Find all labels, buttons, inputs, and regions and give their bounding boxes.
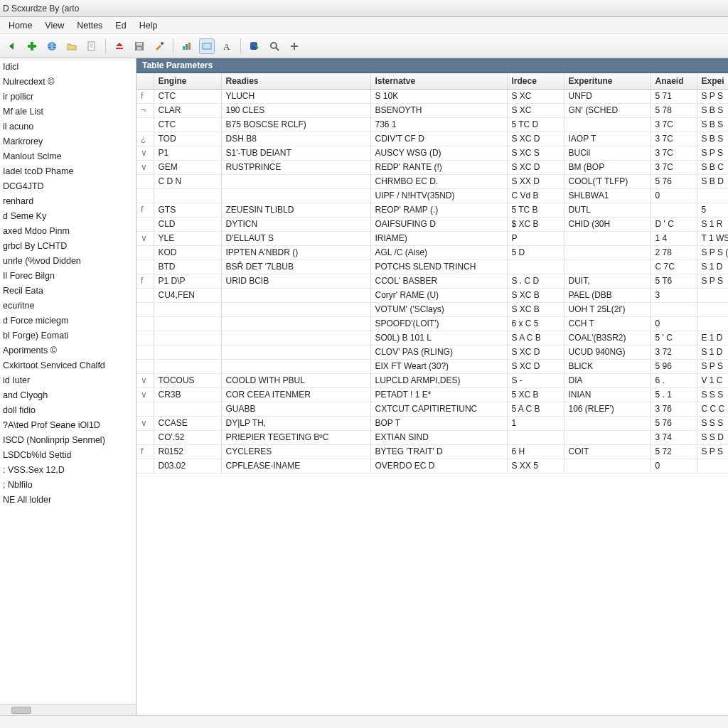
cell[interactable]: 3 7C — [651, 161, 697, 175]
cell[interactable]: CLD — [154, 218, 221, 232]
cell[interactable]: 190 CLES — [221, 104, 370, 118]
sidebar-item[interactable]: Nulrecdext © — [1, 75, 136, 90]
col-marker[interactable] — [136, 73, 154, 90]
cell[interactable]: 3 — [651, 289, 697, 303]
cell[interactable] — [651, 303, 697, 317]
cell[interactable]: S P S — [697, 274, 728, 289]
cell[interactable]: 0 — [651, 317, 697, 331]
sidebar-item[interactable]: d Seme Ky — [1, 209, 136, 224]
cell[interactable]: CDIV'T CF D — [370, 132, 507, 146]
cell[interactable]: S - — [507, 374, 564, 388]
eject-icon[interactable] — [112, 38, 127, 54]
cell[interactable]: TOD — [154, 132, 221, 146]
sidebar-item[interactable]: Manlout Sclme — [1, 149, 136, 164]
sidebar-tree[interactable]: IdiclNulrecdext ©ir pollicrMf ale Listil… — [0, 58, 136, 704]
row-marker[interactable] — [136, 331, 154, 346]
cell[interactable]: S 1 R — [697, 218, 728, 232]
sidebar-item[interactable]: : VSS.Sex 12,D — [1, 463, 136, 478]
cell[interactable] — [564, 232, 651, 246]
cell[interactable] — [507, 431, 564, 445]
row-marker[interactable]: ∨ — [136, 417, 154, 431]
cell[interactable]: S XC D — [507, 346, 564, 360]
cell[interactable] — [154, 303, 221, 317]
cell[interactable]: 3 7C — [651, 118, 697, 132]
cell[interactable]: UOH T 25L(2i') — [564, 303, 651, 317]
cell[interactable]: S . C D — [507, 274, 564, 289]
cell[interactable]: 5 ' C — [651, 331, 697, 346]
cell[interactable] — [154, 331, 221, 346]
cell[interactable]: COOL('T TLFP) — [564, 175, 651, 189]
cell[interactable]: COOLD WITH PBUL — [221, 374, 370, 388]
cell[interactable]: LUPCLD ARMPI,DES) — [370, 374, 507, 388]
cell[interactable]: D ' C — [651, 218, 697, 232]
cell[interactable]: 5 — [697, 203, 728, 218]
cell[interactable]: CTC — [154, 118, 221, 132]
cell[interactable]: COAL'(B3SR2) — [564, 331, 651, 346]
cell[interactable]: RUSTPRINCE — [221, 161, 370, 175]
cell[interactable]: YLE — [154, 232, 221, 246]
sidebar-item[interactable]: axed Mdoo Pinm — [1, 224, 136, 239]
cell[interactable] — [697, 459, 728, 473]
menu-nettes[interactable]: Nettes — [73, 19, 107, 32]
cell[interactable]: DYTICN — [221, 218, 370, 232]
cell[interactable] — [221, 303, 370, 317]
sidebar-item[interactable]: il acuno — [1, 119, 136, 134]
cell[interactable]: CHRMBO EC D. — [370, 175, 507, 189]
sidebar-item[interactable]: ISCD (Nonlinprip Senmel) — [1, 433, 136, 448]
row-marker[interactable] — [136, 246, 154, 260]
cell[interactable]: YLUCH — [221, 90, 370, 104]
cell[interactable] — [564, 417, 651, 431]
row-marker[interactable] — [136, 360, 154, 374]
row-marker[interactable]: ¬ — [136, 104, 154, 118]
cell[interactable] — [564, 246, 651, 260]
cell[interactable] — [154, 346, 221, 360]
table-row[interactable]: SO0L) B 101 LS A C BCOAL'(B3SR2)5 ' CE 1… — [136, 331, 728, 346]
rect-icon[interactable] — [199, 38, 215, 54]
cell[interactable]: INIAN — [564, 388, 651, 402]
table-row[interactable]: ∨YLED'ELLAUT SIRIAME)P1 4T 1 WS — [136, 232, 728, 246]
sidebar-item[interactable]: ir pollicr — [1, 90, 136, 105]
cell[interactable]: S B D — [697, 175, 728, 189]
sidebar-item[interactable]: grbcl By LCHTD — [1, 239, 136, 254]
row-marker[interactable] — [136, 346, 154, 360]
cell[interactable]: S XC D — [507, 161, 564, 175]
cell[interactable]: AUSCY WSG (D) — [370, 146, 507, 161]
cell[interactable]: S B C — [697, 161, 728, 175]
sidebar-item[interactable]: ?A\ted Prof Seane iOl1D — [1, 418, 136, 433]
cell[interactable]: B75 BOSCSE RCLF) — [221, 118, 370, 132]
cell[interactable]: 736 1 — [370, 118, 507, 132]
menu-view[interactable]: View — [41, 19, 68, 32]
cell[interactable]: REDP' RANTE (!) — [370, 161, 507, 175]
cell[interactable]: IPPTEN A'NBDR () — [221, 246, 370, 260]
table-row[interactable]: SPOOFD'(LOIT')6 x C 5CCH T0 — [136, 317, 728, 331]
col-anaeid[interactable]: Anaeid — [651, 73, 697, 90]
cell[interactable]: CU4,FEN — [154, 289, 221, 303]
cell[interactable]: S S S — [697, 417, 728, 431]
cell[interactable]: 3 72 — [651, 346, 697, 360]
plus-icon[interactable] — [287, 38, 302, 54]
col-experitune[interactable]: Experitune — [564, 73, 651, 90]
cell[interactable]: S 10K — [370, 90, 507, 104]
cell[interactable] — [507, 260, 564, 274]
back-icon[interactable] — [4, 38, 20, 54]
cell[interactable] — [564, 459, 651, 473]
cell[interactable]: S 1 D — [697, 260, 728, 274]
cell[interactable]: PAEL (DBB — [564, 289, 651, 303]
cell[interactable]: P — [507, 232, 564, 246]
db-play-icon[interactable] — [247, 38, 262, 54]
row-marker[interactable]: ∨ — [136, 146, 154, 161]
cell[interactable]: P1 D\P — [154, 274, 221, 289]
grid-scroll[interactable]: EngineReadiesIsternatveIrdeceExperituneA… — [136, 73, 728, 715]
cell[interactable] — [697, 303, 728, 317]
sidebar-item[interactable]: unrle (%vod Didden — [1, 254, 136, 269]
table-row[interactable]: ¿TODDSH B8CDIV'T CF DS XC DIAOP T3 7CS B… — [136, 132, 728, 146]
cell[interactable]: TOCOUS — [154, 374, 221, 388]
table-row[interactable]: fP1 D\PURID BCIBCCOL' BASBERS . C DDUIT,… — [136, 274, 728, 289]
cell[interactable] — [564, 431, 651, 445]
sidebar-item[interactable]: ecuritne — [1, 299, 136, 314]
cell[interactable]: S XC S — [507, 146, 564, 161]
cell[interactable] — [154, 360, 221, 374]
cell[interactable]: COIT — [564, 445, 651, 459]
cell[interactable]: 5 T6 — [651, 274, 697, 289]
menu-ed[interactable]: Ed — [111, 19, 130, 32]
